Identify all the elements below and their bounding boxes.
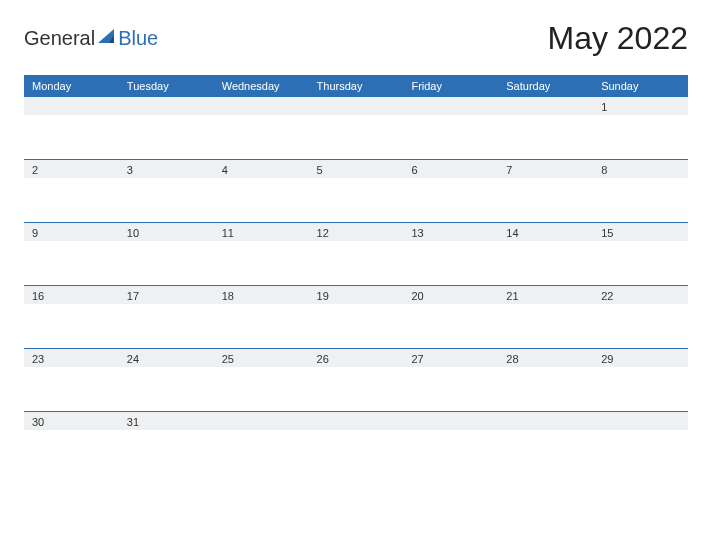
day-cell: 9	[24, 223, 119, 241]
day-cell: 29	[593, 349, 688, 367]
day-cell	[24, 97, 119, 115]
day-cell: 3	[119, 160, 214, 178]
day-cell: 20	[403, 286, 498, 304]
day-cell: 21	[498, 286, 593, 304]
day-cell: 22	[593, 286, 688, 304]
day-cell: 14	[498, 223, 593, 241]
day-cell	[403, 412, 498, 430]
day-cell	[498, 412, 593, 430]
day-cell: 28	[498, 349, 593, 367]
header: General Blue May 2022	[24, 20, 688, 57]
day-cell: 23	[24, 349, 119, 367]
day-cell: 12	[309, 223, 404, 241]
day-cell	[593, 412, 688, 430]
day-cell: 2	[24, 160, 119, 178]
day-cell: 17	[119, 286, 214, 304]
day-cell: 13	[403, 223, 498, 241]
day-cell: 8	[593, 160, 688, 178]
day-cell	[309, 412, 404, 430]
day-cell: 30	[24, 412, 119, 430]
day-cell: 1	[593, 97, 688, 115]
week-row: 30 31	[24, 411, 688, 474]
day-cell: 19	[309, 286, 404, 304]
day-cell: 10	[119, 223, 214, 241]
day-cell: 18	[214, 286, 309, 304]
day-cell	[214, 412, 309, 430]
brand-text-blue: Blue	[118, 27, 158, 50]
day-cell: 24	[119, 349, 214, 367]
day-header: Friday	[403, 75, 498, 97]
day-cell: 26	[309, 349, 404, 367]
triangle-icon	[98, 29, 116, 49]
day-cell: 16	[24, 286, 119, 304]
day-header: Wednesday	[214, 75, 309, 97]
day-cell	[403, 97, 498, 115]
week-row: 16 17 18 19 20 21 22	[24, 285, 688, 348]
day-cell	[119, 97, 214, 115]
day-cell	[214, 97, 309, 115]
week-row: 23 24 25 26 27 28 29	[24, 348, 688, 411]
day-header: Saturday	[498, 75, 593, 97]
day-header: Sunday	[593, 75, 688, 97]
week-row: 9 10 11 12 13 14 15	[24, 222, 688, 285]
week-row: 1	[24, 97, 688, 159]
day-header: Monday	[24, 75, 119, 97]
day-cell: 6	[403, 160, 498, 178]
brand-logo: General Blue	[24, 27, 158, 50]
day-cell: 5	[309, 160, 404, 178]
calendar-title: May 2022	[547, 20, 688, 57]
day-cell: 31	[119, 412, 214, 430]
day-headers-row: Monday Tuesday Wednesday Thursday Friday…	[24, 75, 688, 97]
weeks-container: 1 2 3 4 5 6 7 8 9 10 11 12 13 14	[24, 97, 688, 474]
day-cell: 15	[593, 223, 688, 241]
day-cell: 25	[214, 349, 309, 367]
day-cell: 4	[214, 160, 309, 178]
day-cell	[498, 97, 593, 115]
day-cell	[309, 97, 404, 115]
week-row: 2 3 4 5 6 7 8	[24, 159, 688, 222]
day-header: Tuesday	[119, 75, 214, 97]
day-cell: 27	[403, 349, 498, 367]
day-cell: 11	[214, 223, 309, 241]
day-cell: 7	[498, 160, 593, 178]
brand-text-general: General	[24, 27, 95, 50]
day-header: Thursday	[309, 75, 404, 97]
calendar-grid: Monday Tuesday Wednesday Thursday Friday…	[24, 75, 688, 474]
